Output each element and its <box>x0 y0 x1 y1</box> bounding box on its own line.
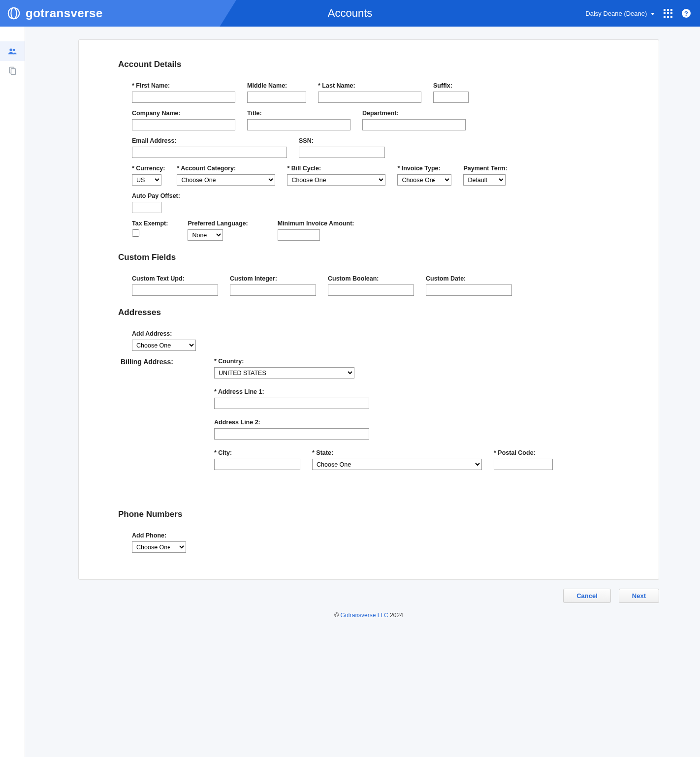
custom-integer-input[interactable] <box>230 284 316 296</box>
state-select[interactable]: Choose One <box>312 459 482 470</box>
email-input[interactable] <box>132 147 287 158</box>
svg-rect-9 <box>667 16 669 18</box>
svg-rect-16 <box>11 69 16 75</box>
department-input[interactable] <box>362 119 466 130</box>
custom-integer-label: Custom Integer: <box>230 275 316 282</box>
postal-label: Postal Code: <box>494 449 553 456</box>
country-select[interactable]: UNITED STATES <box>214 367 354 378</box>
footer: © Gotransverse LLC 2024 <box>78 603 659 633</box>
invoice-type-label: Invoice Type: <box>397 165 451 172</box>
auto-pay-offset-input[interactable] <box>132 202 161 213</box>
svg-rect-10 <box>670 16 672 18</box>
department-label: Department: <box>362 110 466 117</box>
invoice-type-select[interactable]: Choose One <box>397 174 451 186</box>
currency-select[interactable]: USD <box>132 174 161 186</box>
suffix-label: Suffix: <box>433 82 469 89</box>
section-addresses: Addresses <box>118 308 619 317</box>
svg-text:?: ? <box>684 10 688 17</box>
addr-line2-input[interactable] <box>214 428 369 440</box>
help-icon[interactable]: ? <box>681 8 691 18</box>
user-menu[interactable]: Daisy Deane (Deane) <box>585 10 655 17</box>
form-card: Account Details First Name: Middle Name:… <box>78 39 659 580</box>
app-header: gotransverse Accounts Daisy Deane (Deane… <box>0 0 700 27</box>
suffix-input[interactable] <box>433 92 469 103</box>
custom-boolean-input[interactable] <box>328 284 414 296</box>
state-label: State: <box>312 449 482 456</box>
pref-lang-label: Preferred Language: <box>188 220 248 227</box>
pref-lang-select[interactable]: None <box>188 229 223 241</box>
sidebar-clipboard-icon[interactable] <box>0 61 25 81</box>
page-title: Accounts <box>328 7 373 20</box>
svg-rect-5 <box>664 12 666 14</box>
next-button[interactable]: Next <box>619 589 659 603</box>
footer-link[interactable]: Gotransverse LLC <box>340 612 388 619</box>
auto-pay-offset-label: Auto Pay Offset: <box>132 192 180 199</box>
account-category-label: Account Category: <box>177 165 275 172</box>
last-name-input[interactable] <box>318 92 421 103</box>
middle-name-label: Middle Name: <box>247 82 306 89</box>
last-name-label: Last Name: <box>318 82 421 89</box>
min-invoice-label: Minimum Invoice Amount: <box>278 220 354 227</box>
custom-boolean-label: Custom Boolean: <box>328 275 414 282</box>
copyright-symbol: © <box>334 612 339 619</box>
billing-address-label: Billing Address: <box>121 358 185 480</box>
custom-date-label: Custom Date: <box>426 275 512 282</box>
svg-rect-7 <box>670 12 672 14</box>
ssn-input[interactable] <box>299 147 385 158</box>
custom-text-input[interactable] <box>132 284 218 296</box>
company-label: Company Name: <box>132 110 235 117</box>
apps-grid-icon[interactable] <box>664 9 672 18</box>
brand-logo[interactable]: gotransverse <box>7 6 103 20</box>
title-label: Title: <box>247 110 350 117</box>
title-input[interactable] <box>247 119 350 130</box>
chevron-down-icon <box>651 13 655 15</box>
main-content: Account Details First Name: Middle Name:… <box>25 27 700 757</box>
users-icon <box>8 47 17 55</box>
cancel-button[interactable]: Cancel <box>563 589 611 603</box>
first-name-label: First Name: <box>132 82 235 89</box>
postal-input[interactable] <box>494 459 553 470</box>
add-address-label: Add Address: <box>132 330 196 337</box>
user-label: Daisy Deane (Deane) <box>585 10 647 17</box>
svg-point-0 <box>8 8 19 19</box>
form-actions: Cancel Next <box>78 589 659 603</box>
payment-term-select[interactable]: Default <box>463 174 506 186</box>
section-account-details: Account Details <box>118 60 619 69</box>
clipboard-icon <box>8 66 16 75</box>
currency-label: Currency: <box>132 165 165 172</box>
payment-term-label: Payment Term: <box>463 165 507 172</box>
add-phone-select[interactable]: Choose One <box>132 541 186 553</box>
addr-line1-input[interactable] <box>214 398 369 409</box>
svg-rect-3 <box>667 9 669 11</box>
tax-exempt-checkbox[interactable] <box>132 229 139 237</box>
custom-text-label: Custom Text Upd: <box>132 275 218 282</box>
brand-name: gotransverse <box>26 6 103 20</box>
bill-cycle-select[interactable]: Choose One <box>287 174 385 186</box>
addr-line1-label: Address Line 1: <box>214 388 553 395</box>
city-input[interactable] <box>214 459 300 470</box>
logo-icon <box>7 6 21 20</box>
sidebar-accounts-icon[interactable] <box>0 41 25 61</box>
country-label: Country: <box>214 358 553 365</box>
svg-point-14 <box>13 49 15 52</box>
add-phone-label: Add Phone: <box>132 532 186 539</box>
svg-rect-4 <box>670 9 672 11</box>
add-address-select[interactable]: Choose One <box>132 340 196 351</box>
middle-name-input[interactable] <box>247 92 306 103</box>
tax-exempt-label: Tax Exempt: <box>132 220 168 227</box>
min-invoice-input[interactable] <box>278 229 320 241</box>
svg-rect-6 <box>667 12 669 14</box>
custom-date-input[interactable] <box>426 284 512 296</box>
section-custom-fields: Custom Fields <box>118 252 619 262</box>
svg-point-1 <box>11 8 16 19</box>
ssn-label: SSN: <box>299 137 385 144</box>
svg-rect-8 <box>664 16 666 18</box>
account-category-select[interactable]: Choose One <box>177 174 275 186</box>
svg-point-13 <box>9 48 12 51</box>
first-name-input[interactable] <box>132 92 235 103</box>
footer-year: 2024 <box>390 612 403 619</box>
section-phone-numbers: Phone Numbers <box>118 509 619 519</box>
bill-cycle-label: Bill Cycle: <box>287 165 385 172</box>
company-input[interactable] <box>132 119 235 130</box>
email-label: Email Address: <box>132 137 287 144</box>
